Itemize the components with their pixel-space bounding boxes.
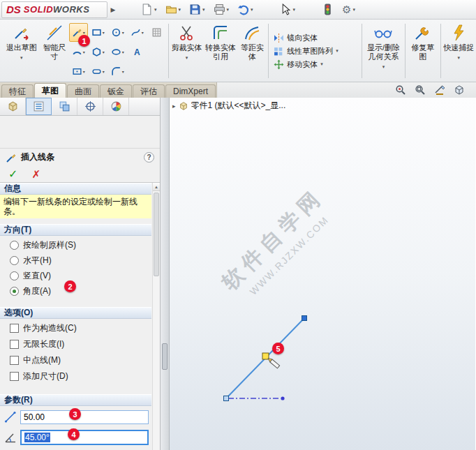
property-manager-tab[interactable] <box>26 98 52 115</box>
center-rectangle-tool-button[interactable]: ▾ <box>69 62 88 81</box>
zoom-fit-button[interactable] <box>395 84 406 96</box>
checkbox-add-dimensions[interactable]: 添加尺寸(D) <box>0 368 151 384</box>
move-entities-icon <box>274 59 284 70</box>
mirror-entities-label: 镜向实体 <box>287 33 318 43</box>
angle-input[interactable]: 45.00° <box>20 430 149 445</box>
length-input[interactable]: 50.00 <box>20 410 149 424</box>
cancel-button[interactable]: ✗ <box>31 168 40 181</box>
configuration-manager-tab[interactable] <box>52 98 77 115</box>
open-document-button[interactable]: ▾ <box>163 2 184 17</box>
smart-dimension-label: 智能尺寸 <box>40 43 69 61</box>
radio-vertical[interactable]: 竖直(V) <box>0 268 151 283</box>
circle-tool-button[interactable]: ▾ <box>108 23 127 42</box>
rectangle-tool-button[interactable]: ▾ <box>89 23 107 42</box>
mirror-entities-button[interactable]: 镜向实体 <box>274 33 357 43</box>
display-delete-relations-button[interactable]: 显示/删除几何关系 ▾ <box>364 22 403 80</box>
tab-dimxpert[interactable]: DimXpert <box>165 84 216 98</box>
dropdown-icon: ▾ <box>458 53 461 62</box>
feature-manager-tab[interactable] <box>0 98 26 115</box>
dropdown-icon: ▾ <box>251 7 253 13</box>
splitter-handle[interactable] <box>162 343 168 370</box>
line-end-point[interactable] <box>302 316 307 321</box>
offset-entities-label: 等距实体 <box>239 43 267 61</box>
print-icon <box>214 3 225 15</box>
save-icon <box>189 3 201 15</box>
select-tool-button[interactable]: ▾ <box>277 2 299 17</box>
tab-features[interactable]: 特征 <box>1 84 34 98</box>
panel-scrollbar[interactable]: ▲ <box>152 183 160 450</box>
slot-tool-button[interactable]: ▾ <box>89 62 107 81</box>
options-button[interactable]: ⚙ ▾ <box>339 2 358 17</box>
repair-sketch-button[interactable]: 修复草图 <box>408 22 438 80</box>
performance-button[interactable] <box>319 2 336 17</box>
tab-surfaces[interactable]: 曲面 <box>67 84 99 98</box>
scrollbar-thumb[interactable] <box>154 193 159 276</box>
new-document-icon <box>141 3 153 15</box>
section-view-button[interactable] <box>434 84 445 96</box>
save-button[interactable]: ▾ <box>186 2 208 17</box>
radio-as-sketched[interactable]: 按绘制原样(S) <box>0 237 151 253</box>
move-entities-button[interactable]: 移动实体 ▾ <box>274 59 357 70</box>
options-group-header[interactable]: 选项(O) <box>0 307 151 319</box>
dimxpert-manager-tab[interactable] <box>77 98 103 115</box>
display-manager-tab[interactable] <box>103 98 129 115</box>
checkbox-midpoint-line[interactable]: 中点线(M) <box>0 352 151 368</box>
select-cursor-icon <box>280 3 292 15</box>
sketch-canvas[interactable] <box>170 98 475 450</box>
property-manager-header: 插入线条 ? <box>0 148 160 166</box>
radio-icon <box>10 271 19 280</box>
arc-tool-icon <box>72 47 82 57</box>
convert-entities-button[interactable]: 转换实体引用 <box>202 22 238 80</box>
line-length-icon <box>4 411 17 423</box>
zoom-area-button[interactable] <box>415 84 426 96</box>
manager-tab-strip <box>0 98 160 116</box>
undo-button[interactable]: ▾ <box>235 2 256 17</box>
spline-tool-button[interactable]: ▾ <box>128 23 147 42</box>
line-start-point[interactable] <box>224 396 229 401</box>
tab-sketch[interactable]: 草图 <box>34 83 66 98</box>
ds-logo-icon: DS <box>6 3 21 15</box>
view-cube-icon <box>454 84 465 96</box>
smart-dimension-button[interactable]: 智能尺寸 <box>40 22 69 80</box>
length-value: 50.00 <box>24 412 45 422</box>
radio-horizontal[interactable]: 水平(H) <box>0 253 151 268</box>
checkbox-construction-line[interactable]: 作为构造线(C) <box>0 320 151 336</box>
polygon-tool-button[interactable]: ▾ <box>89 43 107 61</box>
property-list-icon <box>33 100 45 112</box>
help-button[interactable]: ? <box>144 152 154 163</box>
direction-group-header[interactable]: 方向(T) <box>0 224 151 236</box>
convert-entities-label: 转换实体引用 <box>202 43 238 61</box>
view-orientation-button[interactable] <box>454 84 465 96</box>
fillet-tool-button[interactable]: ▾ <box>108 62 127 81</box>
message-group-header[interactable]: 信息 <box>0 183 151 195</box>
insert-line-icon <box>6 152 17 163</box>
linear-pattern-button[interactable]: 线性草图阵列 ▾ <box>274 46 357 57</box>
menu-expand-arrow[interactable]: ▶ <box>107 1 119 18</box>
dropdown-icon: ▾ <box>122 30 124 35</box>
parameters-group-header[interactable]: 参数(R) <box>0 394 151 406</box>
sketch-text-button[interactable]: A <box>128 43 147 61</box>
property-manager-content: 信息 编辑下一新线条的设定或绘制一新线条。 方向(T) 按绘制原样(S) 水平(… <box>0 183 160 450</box>
text-tool-icon: A <box>134 47 140 57</box>
new-document-button[interactable]: ▾ <box>138 2 160 17</box>
checkbox-infinite-length[interactable]: 无限长度(I) <box>0 336 151 352</box>
sketch-picture-button[interactable] <box>147 23 166 42</box>
scrollbar-up-icon[interactable]: ▲ <box>153 183 160 191</box>
graphics-viewport[interactable]: 软件自学网 WWW.RJZXW.COM ▸ 零件1 (默认<<默认>_显... <box>170 98 475 450</box>
open-folder-icon <box>165 3 177 15</box>
tab-evaluate[interactable]: 评估 <box>133 84 165 98</box>
quick-snaps-button[interactable]: 快速捕捉 ▾ <box>443 22 475 80</box>
trim-entities-label: 剪裁实体 <box>171 43 202 52</box>
ok-button[interactable]: ✓ <box>8 167 17 181</box>
configurations-icon <box>59 100 70 112</box>
exit-sketch-button[interactable]: 退出草图 ▾ <box>3 22 40 80</box>
mirror-entities-icon <box>274 33 284 43</box>
panel-splitter[interactable] <box>161 98 170 450</box>
trim-entities-button[interactable]: 剪裁实体 ▾ <box>171 22 202 80</box>
ellipse-tool-button[interactable]: ▾ <box>108 43 127 61</box>
options-group: 作为构造线(C) 无限长度(I) 中点线(M) 添加尺寸(D) <box>0 319 151 387</box>
print-button[interactable]: ▾ <box>211 2 232 17</box>
checkbox-icon <box>10 324 19 333</box>
tab-sheet-metal[interactable]: 钣金 <box>100 84 132 98</box>
offset-entities-button[interactable]: 等距实体 <box>239 22 267 80</box>
